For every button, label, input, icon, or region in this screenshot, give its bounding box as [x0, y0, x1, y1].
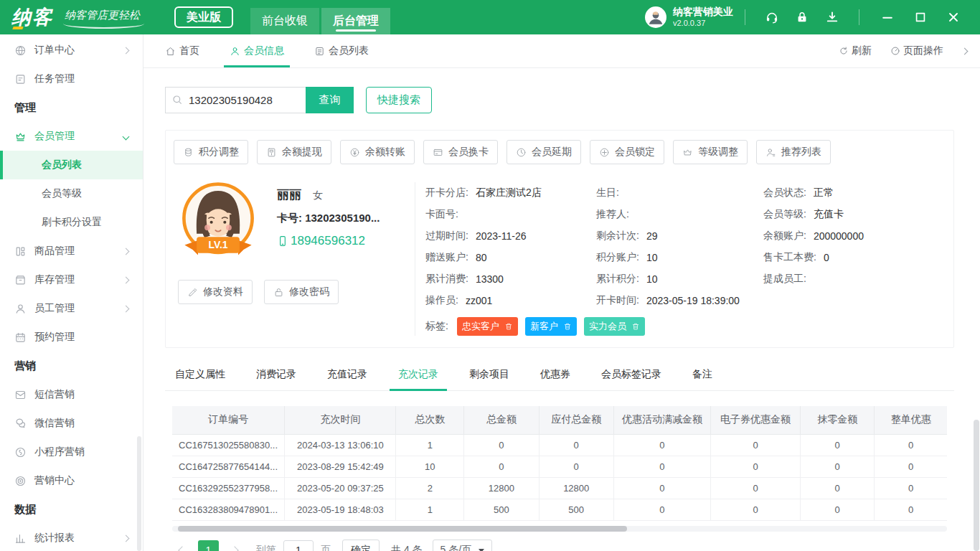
sidebar-section-mgmt: 管理 — [0, 93, 143, 122]
trash-icon[interactable] — [631, 322, 640, 331]
content-area: 查询 快捷搜索 积分调整 余额提现 余额转账 — [143, 68, 980, 551]
target-icon — [14, 475, 27, 487]
sidebar-item-task-mgmt[interactable]: 任务管理 — [0, 65, 143, 93]
member-extend-button[interactable]: 会员延期 — [507, 140, 581, 164]
tab-label: 首页 — [179, 44, 199, 57]
query-button[interactable]: 查询 — [306, 87, 354, 113]
change-card-button[interactable]: 会员换卡 — [423, 140, 498, 164]
tab-remarks[interactable]: 备注 — [691, 364, 714, 390]
refresh-button[interactable]: 刷新 — [839, 44, 872, 57]
table-header-row: 订单编号 充次时间 总次数 总金额 应付总金额 优惠活动满减金额 电子券优惠金额… — [172, 406, 947, 434]
nav-back-office[interactable]: 后台管理 — [321, 8, 390, 34]
member-phone-number: 18946596312 — [291, 234, 365, 248]
edit-profile-button[interactable]: 修改资料 — [178, 280, 253, 304]
page-size-select[interactable]: 5 条/页 — [433, 540, 493, 551]
maximize-button[interactable] — [913, 10, 928, 24]
tab-recharge-records[interactable]: 充值记录 — [326, 364, 369, 390]
table-row[interactable]: CC167513025580830...2024-03-13 13:06:101… — [172, 434, 947, 456]
minimize-button[interactable] — [880, 10, 895, 24]
edit-password-button[interactable]: 修改密码 — [264, 280, 339, 304]
sidebar-item-goods-mgmt[interactable]: 商品管理 — [0, 237, 143, 265]
dropdown-arrow-icon — [479, 549, 484, 551]
tab-consume-records[interactable]: 消费记录 — [255, 364, 298, 390]
member-lock-button[interactable]: 会员锁定 — [590, 140, 664, 164]
action-label: 会员换卡 — [448, 146, 489, 159]
member-tag[interactable]: 新客户 — [525, 317, 577, 336]
lock-icon[interactable] — [795, 10, 809, 24]
field-card-face-no: 卡面号: — [425, 204, 596, 225]
vscroll-thumb[interactable] — [974, 420, 979, 551]
nav-front-desk[interactable]: 前台收银 — [250, 8, 319, 34]
card-icon — [433, 147, 443, 158]
action-label: 等级调整 — [698, 146, 738, 159]
tab-member-info[interactable]: 会员信息 — [230, 34, 284, 67]
field-member-level: 会员等级:充值卡 — [763, 204, 946, 225]
balance-transfer-button[interactable]: 余额转账 — [340, 140, 415, 164]
chevron-right-icon[interactable] — [961, 47, 969, 55]
points-adjust-button[interactable]: 积分调整 — [174, 140, 248, 164]
refresh-label: 刷新 — [852, 44, 872, 57]
goto-page-input[interactable] — [283, 540, 314, 551]
quick-search-button[interactable]: 快捷搜索 — [366, 87, 432, 113]
download-icon[interactable] — [825, 10, 839, 24]
list-icon — [314, 46, 325, 57]
customer-service-icon[interactable] — [765, 10, 779, 24]
sidebar-scrollbar-thumb[interactable] — [137, 436, 141, 551]
tab-member-list[interactable]: 会员列表 — [314, 34, 369, 67]
sidebar-item-order-center[interactable]: 订单中心 — [0, 36, 143, 65]
current-page[interactable]: 1 — [198, 540, 219, 551]
close-button[interactable] — [946, 10, 961, 24]
level-adjust-button[interactable]: 等级调整 — [673, 140, 748, 164]
sidebar-item-sms-marketing[interactable]: 短信营销 — [0, 380, 143, 409]
sidebar-item-member-level[interactable]: 会员等级 — [0, 179, 143, 208]
sidebar-item-member-mgmt[interactable]: 会员管理 — [0, 122, 143, 151]
prev-page-button[interactable] — [172, 540, 192, 551]
hscroll-thumb[interactable] — [178, 526, 627, 532]
sidebar-item-wechat-marketing[interactable]: 微信营销 — [0, 409, 143, 438]
edition-badge[interactable]: 美业版 — [174, 6, 233, 28]
trash-icon[interactable] — [504, 322, 513, 331]
tab-coupons[interactable]: 优惠券 — [539, 364, 572, 390]
person-list-icon — [765, 147, 776, 158]
sidebar-item-marketing-center[interactable]: 营销中心 — [0, 466, 143, 495]
member-tag[interactable]: 忠实客户 — [457, 317, 518, 336]
sidebar-item-label: 订单中心 — [34, 44, 75, 57]
tab-member-tag-records[interactable]: 会员标签记录 — [600, 364, 663, 390]
page-operations-button[interactable]: 页面操作 — [890, 44, 943, 57]
balance-withdraw-button[interactable]: 余额提现 — [257, 140, 331, 164]
sidebar-item-card-points[interactable]: 刷卡积分设置 — [0, 208, 143, 237]
tab-home[interactable]: 首页 — [165, 34, 199, 67]
col-total-amount: 总金额 — [464, 406, 539, 434]
sidebar-item-member-list[interactable]: 会员列表 — [0, 151, 143, 179]
table-row[interactable]: CC163292552377958...2023-05-20 09:37:252… — [172, 477, 947, 499]
tab-label: 会员列表 — [329, 44, 369, 57]
sidebar-item-stats-report[interactable]: 统计报表 — [0, 524, 143, 551]
tab-times-recharge-records[interactable]: 充次记录 — [397, 364, 440, 390]
account-name: 纳客营销美业 — [673, 6, 733, 19]
sidebar-item-staff-mgmt[interactable]: 员工管理 — [0, 294, 143, 323]
app-window: 纳客 纳客管店更轻松 美业版 前台收银 后台管理 纳客营销美业 v2.0.0.3… — [0, 0, 980, 551]
sidebar-item-label: 短信营销 — [34, 388, 75, 401]
table-row[interactable]: CC163283809478901...2023-05-19 18:48:031… — [172, 499, 947, 520]
sidebar-section-marketing: 营销 — [0, 352, 143, 380]
member-search-input[interactable] — [165, 87, 306, 113]
referral-list-button[interactable]: 推荐列表 — [756, 140, 831, 164]
account-avatar[interactable] — [645, 6, 666, 28]
sidebar-item-miniapp-marketing[interactable]: 小程序营销 — [0, 438, 143, 466]
trash-icon[interactable] — [563, 322, 572, 331]
sidebar: 订单中心 任务管理 管理 会员管理 会员列表 会员等级 刷卡积分设置 商品管理 — [0, 34, 143, 551]
main-area: 首页 会员信息 会员列表 刷新 页面操作 — [143, 34, 980, 551]
miniprogram-icon — [14, 446, 27, 458]
tab-custom-attrs[interactable]: 自定义属性 — [174, 364, 227, 390]
confirm-page-button[interactable]: 确定 — [342, 540, 380, 551]
page-size-value: 5 条/页 — [440, 544, 472, 551]
chevron-right-icon — [123, 305, 130, 312]
sidebar-item-stock-mgmt[interactable]: 库存管理 — [0, 265, 143, 294]
next-page-button[interactable] — [225, 540, 245, 551]
col-evoucher-discount: 电子券优惠金额 — [711, 406, 801, 434]
sidebar-item-booking-mgmt[interactable]: 预约管理 — [0, 323, 143, 352]
tab-remaining-items[interactable]: 剩余项目 — [468, 364, 511, 390]
member-tag[interactable]: 实力会员 — [584, 317, 645, 336]
table-row[interactable]: CC164725877654144...2023-08-29 15:42:491… — [172, 456, 947, 477]
sidebar-item-label: 会员管理 — [34, 130, 75, 143]
